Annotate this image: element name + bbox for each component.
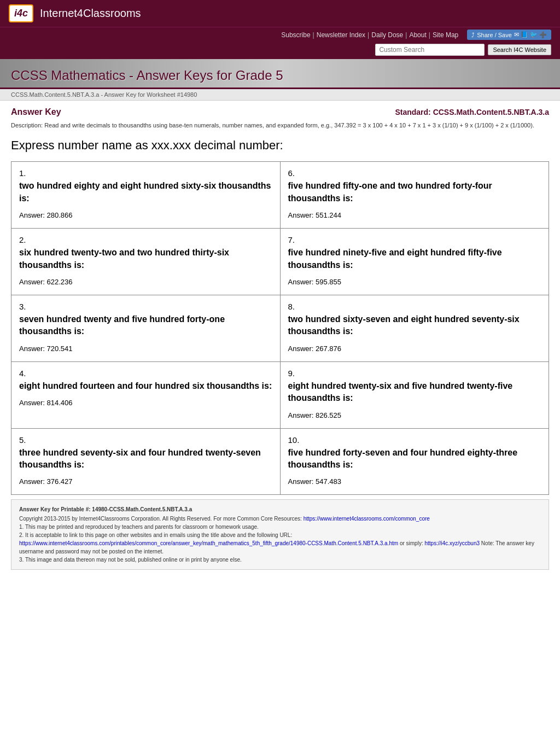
footer: Answer Key for Printable #: 14980-CCSS.M…: [11, 499, 549, 570]
question-text-7: five hundred ninety-five and eight hundr…: [288, 247, 541, 271]
question-answer-5: Answer: 376.427: [19, 477, 272, 486]
question-answer-9: Answer: 826.525: [288, 411, 541, 419]
description: Description: Read and write decimals to …: [11, 121, 549, 130]
question-answer-7: Answer: 595.855: [288, 278, 541, 286]
breadcrumb: CCSS.Math.Content.5.NBT.A.3.a - Answer K…: [0, 89, 560, 101]
banner: CCSS Mathematics - Answer Keys for Grade…: [0, 59, 560, 89]
answer-key-header: Answer Key Standard: CCSS.Math.Content.5…: [11, 107, 549, 117]
nav-about[interactable]: About: [409, 31, 426, 39]
answer-key-label: Answer Key: [11, 107, 61, 117]
footer-line3: 3. This image and data thereon may not b…: [19, 556, 541, 564]
question-text-4: eight hundred fourteen and four hundred …: [19, 380, 272, 392]
footer-printable: Answer Key for Printable #: 14980-CCSS.M…: [19, 505, 541, 513]
question-num-8: 8.: [288, 302, 541, 311]
footer-url-full-link[interactable]: https://www.internet4classrooms.com/prin…: [19, 540, 398, 546]
nav-site-map[interactable]: Site Map: [433, 31, 458, 39]
question-cell-10: 10. five hundred forty-seven and four hu…: [281, 429, 549, 495]
nav-subscribe[interactable]: Subscribe: [281, 31, 310, 39]
question-answer-2: Answer: 622.236: [19, 278, 272, 286]
question-answer-8: Answer: 267.876: [288, 345, 541, 353]
question-answer-6: Answer: 551.244: [288, 211, 541, 219]
question-text-6: five hundred fifty-one and two hundred f…: [288, 180, 541, 205]
question-cell-3: 3. seven hundred twenty and five hundred…: [11, 295, 281, 361]
footer-line1: 1. This may be printed and reproduced by…: [19, 523, 541, 531]
question-cell-7: 7. five hundred ninety-five and eight hu…: [281, 229, 549, 295]
question-text-2: six hundred twenty-two and two hundred t…: [19, 247, 272, 271]
question-text-5: three hundred seventy-six and four hundr…: [19, 447, 272, 471]
footer-copyright-text: Copyright 2013-2015 by Internet4Classroo…: [19, 516, 302, 522]
question-num-5: 5.: [19, 435, 272, 445]
question-answer-1: Answer: 280.866: [19, 211, 272, 219]
question-num-4: 4.: [19, 369, 272, 378]
site-name: Internet4Classrooms: [40, 7, 141, 20]
page-title: CCSS Mathematics - Answer Keys for Grade…: [11, 68, 549, 83]
question-num-10: 10.: [288, 435, 541, 445]
footer-common-core-link[interactable]: https://www.internet4classrooms.com/comm…: [304, 516, 430, 522]
question-row-5: 5. three hundred seventy-six and four hu…: [11, 428, 549, 495]
share-icon: ⤴: [471, 32, 475, 38]
site-header: i4c Internet4Classrooms: [0, 0, 560, 27]
search-button[interactable]: Search I4C Website: [488, 44, 551, 55]
nav-newsletter-index[interactable]: Newsletter Index: [317, 31, 365, 39]
footer-url-line: https://www.internet4classrooms.com/prin…: [19, 539, 541, 556]
question-cell-9: 9. eight hundred twenty-six and five hun…: [281, 362, 549, 428]
footer-line2: 2. It is acceptable to link to this page…: [19, 531, 541, 539]
question-row-2: 2. six hundred twenty-two and two hundre…: [11, 228, 549, 295]
nav-bar: Subscribe | Newsletter Index | Daily Dos…: [0, 27, 560, 42]
question-text-10: five hundred forty-seven and four hundre…: [288, 447, 541, 471]
footer-url-or: or simply:: [400, 540, 425, 546]
question-num-6: 6.: [288, 168, 541, 178]
express-title: Express number name as xxx.xxx decimal n…: [11, 138, 549, 153]
question-cell-8: 8. two hundred sixty-seven and eight hun…: [281, 295, 549, 361]
nav-links: Subscribe | Newsletter Index | Daily Dos…: [281, 31, 458, 39]
question-num-7: 7.: [288, 235, 541, 244]
question-num-1: 1.: [19, 168, 272, 178]
question-cell-1: 1. two hundred eighty and eight hundred …: [11, 162, 281, 228]
share-icons: ✉ 📘 🐦 ➕: [514, 31, 547, 38]
share-save-button[interactable]: ⤴ Share / Save ✉ 📘 🐦 ➕: [467, 30, 551, 40]
question-answer-3: Answer: 720.541: [19, 345, 272, 353]
logo-i4c-text: i4c: [14, 8, 28, 19]
share-save-label: Share / Save: [477, 32, 512, 38]
question-text-8: two hundred sixty-seven and eight hundre…: [288, 313, 541, 338]
question-cell-2: 2. six hundred twenty-two and two hundre…: [11, 229, 281, 295]
question-answer-10: Answer: 547.483: [288, 477, 541, 486]
question-text-9: eight hundred twenty-six and five hundre…: [288, 380, 541, 405]
question-answer-4: Answer: 814.406: [19, 399, 272, 407]
question-row-3: 3. seven hundred twenty and five hundred…: [11, 295, 549, 361]
question-num-2: 2.: [19, 235, 272, 244]
main-content: Answer Key Standard: CCSS.Math.Content.5…: [0, 101, 560, 576]
nav-daily-dose[interactable]: Daily Dose: [371, 31, 403, 39]
question-text-3: seven hundred twenty and five hundred fo…: [19, 313, 272, 338]
question-cell-5: 5. three hundred seventy-six and four hu…: [11, 429, 281, 495]
standard-label: Standard: CCSS.Math.Content.5.NBT.A.3.a: [395, 108, 549, 116]
footer-url-short-link[interactable]: https://i4c.xyz/yccbun3: [424, 540, 480, 546]
question-num-9: 9.: [288, 369, 541, 378]
search-input[interactable]: [375, 44, 485, 56]
question-text-1: two hundred eighty and eight hundred six…: [19, 180, 272, 205]
questions-container: 1. two hundred eighty and eight hundred …: [11, 161, 549, 495]
question-row-4: 4. eight hundred fourteen and four hundr…: [11, 361, 549, 428]
footer-copyright: Copyright 2013-2015 by Internet4Classroo…: [19, 515, 541, 523]
search-bar: Search I4C Website: [0, 42, 560, 59]
question-num-3: 3.: [19, 302, 272, 311]
logo-box[interactable]: i4c: [9, 4, 33, 22]
question-cell-4: 4. eight hundred fourteen and four hundr…: [11, 362, 281, 428]
question-cell-6: 6. five hundred fifty-one and two hundre…: [281, 162, 549, 228]
question-row-1: 1. two hundred eighty and eight hundred …: [11, 162, 549, 228]
